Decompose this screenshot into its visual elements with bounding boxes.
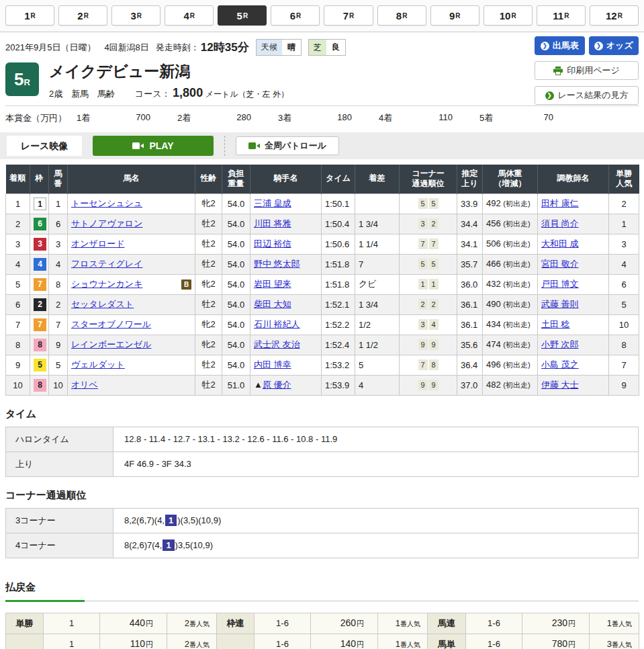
trainer-link[interactable]: 武藤 善則 [541, 299, 579, 309]
race-tab-5r[interactable]: 5R [218, 5, 267, 26]
jockey-cell: 岩田 望来 [250, 274, 322, 294]
tansho-label: 単勝 [6, 613, 44, 634]
horse-name-cell: レインボーエンゼル [68, 335, 195, 355]
jockey-link[interactable]: 柴田 大知 [254, 299, 291, 309]
trainer-link[interactable]: 土田 稔 [541, 319, 570, 329]
race-number-suffix: R [24, 77, 30, 87]
print-page-button[interactable]: 印刷用ページ [535, 61, 639, 80]
horse-name-link[interactable]: フロスティグレイ [71, 259, 142, 269]
corner3-row: 3コーナー 8,2(6,7)(4,1)(3,5)(10,9) [6, 508, 639, 533]
horse-name-link[interactable]: スターオブノワール [71, 319, 151, 329]
corner-position-box: 9 [418, 339, 428, 350]
race-tab-12r[interactable]: 12R [590, 5, 639, 26]
jockey-link[interactable]: 田辺 裕信 [254, 239, 291, 249]
prize-pair: 4着110 [379, 112, 479, 124]
sex-age: 牝2 [195, 335, 222, 355]
waku-number: 8 [30, 335, 49, 355]
race-tab-6r[interactable]: 6R [271, 5, 320, 26]
jockey-link[interactable]: 野中 悠太郎 [254, 259, 300, 269]
margin: 7 [355, 254, 400, 274]
jockey-link[interactable]: 原 優介 [263, 380, 291, 390]
prize-place: 3着 [278, 112, 291, 124]
payout-section-title: 払戻金 [5, 581, 639, 594]
horse-name-cell: ヴェルダット [68, 355, 195, 375]
horse-weight-note: (初出走) [503, 320, 530, 329]
horse-name-link[interactable]: オンザロード [71, 239, 125, 249]
trainer-link[interactable]: 小島 茂之 [541, 359, 579, 370]
trainer-link[interactable]: 宮田 敬介 [541, 259, 579, 269]
wakuren-combo: 1-6 [255, 613, 311, 634]
jockey-link[interactable]: 内田 博幸 [254, 359, 291, 370]
entries-button-label: 出馬表 [553, 40, 579, 52]
corner-position-box: 1 [429, 279, 439, 290]
horse-name-link[interactable]: ヴェルダット [71, 359, 125, 370]
video-camera-icon [132, 142, 144, 150]
odds-button[interactable]: オッズ [589, 36, 639, 55]
jockey-cell: ▲原 優介 [250, 375, 322, 395]
result-row: 622セッタレダスト牡254.0柴田 大知1:52.11 3/42236.149… [6, 294, 639, 314]
waku-number: 6 [30, 214, 49, 234]
waku-color-box: 3 [34, 238, 46, 251]
jockey-link[interactable]: 川田 将雅 [254, 218, 291, 228]
print-page-label: 印刷用ページ [567, 64, 620, 77]
corner-positions: 32 [400, 214, 457, 234]
horse-weight-note: (初出走) [503, 260, 530, 268]
horse-name-link[interactable]: レインボーエンゼル [71, 339, 151, 349]
jockey-link[interactable]: 岩田 望来 [254, 279, 291, 289]
trainer-link[interactable]: 大和田 成 [541, 239, 579, 249]
race-tab-1r[interactable]: 1R [5, 5, 54, 26]
race-tab-3r[interactable]: 3R [111, 5, 160, 26]
jockey-link[interactable]: 三浦 皇成 [254, 198, 291, 208]
jockey-link[interactable]: 武士沢 友治 [254, 339, 300, 349]
race-tab-4r[interactable]: 4R [165, 5, 214, 26]
play-button[interactable]: PLAY [93, 136, 214, 156]
horse-name-link[interactable]: ショウナンカンキ [71, 279, 142, 289]
trainer-link[interactable]: 小野 次郎 [541, 339, 579, 349]
margin: 1 3/4 [355, 294, 400, 314]
waku-number: 1 [30, 193, 49, 214]
race-tab-11r[interactable]: 11R [537, 5, 586, 26]
horse-name-link[interactable]: セッタレダスト [71, 299, 134, 309]
horse-weight: 466 (初出走) [483, 254, 538, 274]
race-tab-8r[interactable]: 8R [377, 5, 426, 26]
trainer-link[interactable]: 須貝 尚介 [541, 218, 579, 228]
race-tab-10r[interactable]: 10R [484, 5, 533, 26]
race-tab-2r[interactable]: 2R [58, 5, 107, 26]
column-header: 騎手名 [250, 165, 322, 194]
horse-weight-note: (初出走) [503, 200, 530, 208]
corner-order-table: 3コーナー 8,2(6,7)(4,1)(3,5)(10,9) 4コーナー 8(2… [5, 508, 639, 558]
horse-name-link[interactable]: トーセンシュシュ [71, 198, 142, 208]
last-3f-time: 36.0 [457, 274, 483, 294]
win-popularity: 8 [609, 335, 639, 355]
time-table: ハロンタイム 12.8 - 11.4 - 12.7 - 13.1 - 13.2 … [5, 427, 639, 477]
patrol-video-button[interactable]: 全周パトロール [236, 136, 339, 155]
horse-name-link[interactable]: サトノアヴァロン [71, 218, 142, 228]
trainer-link[interactable]: 戸田 博文 [541, 279, 579, 289]
horse-name-link[interactable]: オリベ [71, 380, 98, 390]
time-section-title: タイム [5, 408, 639, 421]
winner-highlight: 1 [165, 515, 177, 526]
corner3-label: 3コーナー [6, 508, 113, 533]
race-video-label: レース映像 [7, 136, 82, 156]
horse-weight: 434 (初出走) [483, 314, 538, 335]
how-to-read-button[interactable]: レース結果の見方 [535, 86, 639, 105]
win-popularity: 4 [609, 254, 639, 274]
jockey-link[interactable]: 石川 裕紀人 [254, 319, 300, 329]
prize-place: 4着 [379, 112, 392, 124]
column-header: 単勝人気 [609, 165, 639, 194]
jockey-cell: 石川 裕紀人 [250, 314, 322, 335]
trainer-link[interactable]: 伊藤 大士 [541, 380, 579, 390]
jockey-cell: 三浦 皇成 [250, 193, 322, 214]
race-tab-7r[interactable]: 7R [324, 5, 373, 26]
waku-color-box: 4 [34, 258, 46, 271]
entries-button[interactable]: 出馬表 [535, 36, 585, 55]
circle-arrow-icon [541, 42, 549, 50]
corner-position-box: 2 [418, 299, 428, 310]
trainer-link[interactable]: 田村 康仁 [541, 198, 579, 208]
fukusho-amount: 110円 [100, 634, 167, 649]
finish-time: 1:50.6 [322, 234, 355, 254]
result-row: 578ショウナンカンキB牝254.0岩田 望来1:51.8クビ1136.0432… [6, 274, 639, 294]
race-tab-9r[interactable]: 9R [430, 5, 479, 26]
result-row: 889レインボーエンゼル牝254.0武士沢 友治1:52.41 1/29935.… [6, 335, 639, 355]
wide-amount: 140円 [311, 634, 378, 649]
